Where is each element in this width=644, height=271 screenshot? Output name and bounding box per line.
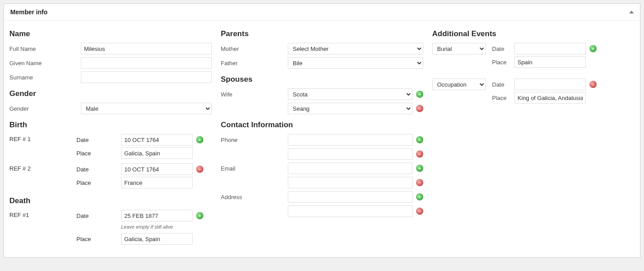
add-icon[interactable]: + (589, 45, 597, 52)
birth-date2-label: Date (76, 166, 121, 173)
given-name-input[interactable] (81, 57, 212, 69)
mother-label: Mother (221, 46, 288, 52)
gender-select[interactable]: Male (81, 103, 212, 114)
panel-title: Member info (10, 8, 47, 16)
remove-icon[interactable]: − (589, 81, 597, 88)
panel-header: Member info (4, 4, 640, 21)
event2-date-input[interactable] (514, 79, 586, 90)
birth-date1-label: Date (76, 137, 121, 143)
death-ref1-label: REF #1 (9, 210, 76, 218)
collapse-icon[interactable] (629, 11, 634, 13)
full-name-input[interactable] (81, 43, 212, 54)
birth-place2-label: Place (76, 179, 121, 186)
remove-icon[interactable]: − (416, 150, 423, 158)
phone2-input[interactable] (288, 148, 412, 160)
add-icon[interactable]: + (416, 165, 423, 172)
address-label: Address (221, 194, 288, 200)
address2-input[interactable] (288, 205, 412, 217)
add-icon[interactable]: + (416, 193, 423, 200)
death-hint: Leave empty if still alive (121, 223, 173, 231)
event-place-label: Place (492, 59, 514, 66)
wife2-select[interactable]: Seang (288, 103, 412, 114)
event-date-label: Date (492, 46, 514, 52)
wife1-select[interactable]: Scota (288, 88, 412, 100)
column-right: Additional Events Burial Date + Place (432, 23, 635, 249)
email1-input[interactable] (288, 163, 412, 174)
full-name-label: Full Name (9, 46, 81, 52)
add-icon[interactable]: + (196, 212, 203, 219)
birth-date1-input[interactable] (121, 134, 193, 146)
surname-input[interactable] (81, 71, 212, 83)
remove-icon[interactable]: − (416, 179, 423, 186)
death-place-input[interactable] (121, 233, 193, 245)
birth-ref2-label: REF # 2 (9, 163, 76, 172)
name-heading: Name (9, 29, 212, 38)
death-place-label: Place (76, 236, 121, 242)
father-label: Father (221, 60, 288, 67)
events-heading: Additional Events (432, 29, 635, 38)
column-left: Name Full Name Given Name Surname Gender… (9, 23, 212, 249)
birth-place1-label: Place (76, 150, 121, 157)
birth-ref1-label: REF # 1 (9, 134, 76, 142)
event-place-label: Place (492, 95, 514, 101)
wife-label: Wife (221, 91, 288, 98)
email-label: Email (221, 165, 288, 172)
phone1-input[interactable] (288, 134, 412, 146)
parents-heading: Parents (221, 29, 423, 38)
mother-select[interactable]: Select Mother (288, 43, 423, 54)
remove-icon[interactable]: − (416, 105, 423, 112)
event-date-label: Date (492, 81, 514, 88)
add-icon[interactable]: + (416, 136, 423, 143)
event-row: Burial Date + Place (432, 43, 635, 70)
remove-icon[interactable]: − (416, 208, 423, 215)
death-date-label: Date (76, 213, 121, 219)
column-middle: Parents Mother Select Mother Father Bile… (221, 23, 423, 249)
phone-label: Phone (221, 137, 288, 143)
event-row: Occupation Date − Place (432, 79, 635, 105)
email2-input[interactable] (288, 177, 412, 188)
gender-heading: Gender (9, 89, 212, 98)
spouses-heading: Spouses (221, 75, 423, 84)
panel-body: Name Full Name Given Name Surname Gender… (4, 21, 640, 257)
gender-label: Gender (9, 105, 81, 112)
birth-heading: Birth (9, 121, 212, 129)
birth-date2-input[interactable] (121, 163, 193, 175)
event-type-select[interactable]: Occupation (432, 79, 486, 90)
address1-input[interactable] (288, 191, 412, 203)
add-icon[interactable]: + (416, 91, 423, 98)
event1-place-input[interactable] (514, 56, 586, 68)
contact-heading: Contact Information (221, 121, 423, 129)
event2-place-input[interactable] (514, 92, 586, 104)
surname-label: Surname (9, 74, 81, 81)
member-info-panel: Member info Name Full Name Given Name Su… (4, 4, 640, 258)
add-icon[interactable]: + (196, 136, 203, 143)
death-date-input[interactable] (121, 210, 193, 221)
birth-place2-input[interactable] (121, 177, 193, 188)
birth-place1-input[interactable] (121, 147, 193, 159)
father-select[interactable]: Bile (288, 57, 423, 69)
event1-date-input[interactable] (514, 43, 586, 54)
event-type-select[interactable]: Burial (432, 43, 486, 54)
remove-icon[interactable]: − (196, 166, 203, 173)
given-name-label: Given Name (9, 60, 81, 67)
death-heading: Death (9, 196, 212, 205)
